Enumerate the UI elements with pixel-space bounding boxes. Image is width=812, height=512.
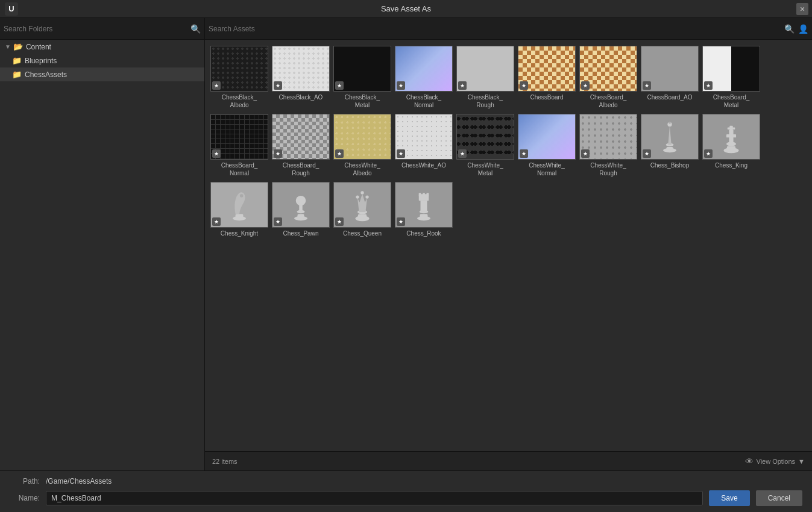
sidebar-item-chessassets[interactable]: 📁 ChessAssets bbox=[0, 67, 204, 81]
asset-browser: 🔍 👤 ★ ChessBlack_Albedo ★ ChessBlack_AO bbox=[205, 18, 812, 470]
asset-search-bar: 🔍 👤 bbox=[205, 18, 812, 40]
asset-thumb-chesswhite-ao: ★ bbox=[395, 114, 453, 160]
asset-item-chesswhite-albedo[interactable]: ★ ChessWhite_Albedo bbox=[333, 113, 392, 178]
asset-item-chess-bishop[interactable]: ★ Chess_Bishop bbox=[640, 113, 699, 178]
path-label: Path: bbox=[10, 477, 40, 485]
asset-item-chessboard-normal[interactable]: ★ ChessBoard_Normal bbox=[210, 113, 269, 178]
asset-search-input[interactable] bbox=[209, 25, 784, 33]
svg-point-23 bbox=[356, 195, 359, 198]
asset-item-chesswhite-normal[interactable]: ★ ChessWhite_Normal bbox=[517, 113, 576, 178]
folder-search-input[interactable] bbox=[4, 25, 190, 33]
asset-thumb-chessblack-metal: ★ bbox=[333, 46, 391, 92]
star-badge: ★ bbox=[643, 149, 651, 158]
asset-label-chessboard-ao: ChessBoard_AO bbox=[647, 93, 692, 101]
asset-grid: ★ ChessBlack_Albedo ★ ChessBlack_AO ★ Ch… bbox=[205, 40, 812, 451]
asset-item-chess-queen[interactable]: ★ Chess_Queen bbox=[333, 181, 392, 239]
asset-filter-icon[interactable]: 👤 bbox=[798, 24, 808, 34]
asset-label-chessboard-albedo: ChessBoard_Albedo bbox=[590, 93, 627, 109]
asset-thumb-chessboard-rough: ★ bbox=[272, 114, 330, 160]
star-badge: ★ bbox=[704, 149, 713, 158]
path-row: Path: /Game/ChessAssets bbox=[10, 477, 802, 485]
svg-point-25 bbox=[365, 195, 368, 198]
star-badge: ★ bbox=[704, 81, 713, 90]
folder-closed-icon-chessassets: 📁 bbox=[12, 70, 22, 79]
asset-item-chesswhite-ao[interactable]: ★ ChessWhite_AO bbox=[394, 113, 453, 178]
star-badge: ★ bbox=[335, 149, 344, 158]
star-badge: ★ bbox=[643, 81, 651, 90]
asset-item-chess-knight[interactable]: ★ Chess_Knight bbox=[210, 181, 269, 239]
asset-label-chessboard-rough: ChessBoard_Rough bbox=[283, 161, 319, 177]
asset-item-chessblack-ao[interactable]: ★ ChessBlack_AO bbox=[271, 45, 330, 110]
asset-label-chessblack-metal: ChessBlack_Metal bbox=[345, 93, 380, 109]
save-button[interactable]: Save bbox=[709, 490, 749, 506]
star-badge: ★ bbox=[397, 149, 405, 158]
asset-thumb-chess-queen: ★ bbox=[333, 182, 391, 228]
asset-label-chessblack-ao: ChessBlack_AO bbox=[279, 93, 323, 101]
asset-label-chessboard: ChessBoard bbox=[530, 93, 563, 101]
sidebar-item-blueprints[interactable]: 📁 Blueprints bbox=[0, 54, 204, 67]
star-badge: ★ bbox=[274, 149, 282, 158]
star-badge: ★ bbox=[581, 149, 590, 158]
svg-rect-9 bbox=[726, 134, 736, 137]
svg-rect-10 bbox=[729, 126, 732, 134]
asset-label-chesswhite-normal: ChessWhite_Normal bbox=[529, 161, 564, 177]
name-row: Name: Save Cancel bbox=[10, 490, 802, 506]
asset-label-chess-pawn: Chess_Pawn bbox=[283, 229, 319, 237]
asset-item-chessblack-albedo[interactable]: ★ ChessBlack_Albedo bbox=[210, 45, 269, 110]
asset-thumb-chess-knight: ★ bbox=[210, 182, 268, 228]
svg-rect-32 bbox=[423, 193, 425, 196]
asset-thumb-chessblack-normal: ★ bbox=[395, 46, 453, 92]
asset-item-chessblack-normal[interactable]: ★ ChessBlack_Normal bbox=[394, 45, 453, 110]
close-button[interactable]: × bbox=[796, 3, 808, 15]
asset-thumb-chessblack-albedo: ★ bbox=[210, 46, 268, 92]
svg-point-19 bbox=[296, 195, 306, 205]
asset-label-chess-rook: Chess_Rook bbox=[406, 229, 441, 237]
sidebar-label-blueprints: Blueprints bbox=[25, 57, 57, 65]
asset-thumb-chess-pawn: ★ bbox=[272, 182, 330, 228]
view-options-label: View Options bbox=[757, 458, 796, 465]
titlebar: U Save Asset As × bbox=[0, 0, 812, 18]
asset-label-chessblack-rough: ChessBlack_Rough bbox=[468, 93, 503, 109]
star-badge: ★ bbox=[458, 81, 467, 90]
asset-label-chessblack-normal: ChessBlack_Normal bbox=[406, 93, 441, 109]
asset-item-chess-king[interactable]: ★ Chess_King bbox=[702, 113, 761, 178]
sidebar-label-chessassets: ChessAssets bbox=[25, 70, 67, 79]
cancel-button[interactable]: Cancel bbox=[756, 490, 802, 506]
star-badge: ★ bbox=[212, 81, 221, 90]
asset-search-icon[interactable]: 🔍 bbox=[784, 24, 795, 34]
folder-search-bar: 🔍 bbox=[0, 18, 204, 40]
sidebar-item-content[interactable]: ▼ 📂 Content bbox=[0, 40, 204, 54]
star-badge: ★ bbox=[397, 217, 405, 226]
asset-item-chessboard-rough[interactable]: ★ ChessBoard_Rough bbox=[271, 113, 330, 178]
svg-rect-27 bbox=[420, 214, 428, 218]
asset-item-chessboard[interactable]: ★ ChessBoard bbox=[517, 45, 576, 110]
asset-item-chessboard-ao[interactable]: ★ ChessBoard_AO bbox=[640, 45, 699, 110]
asset-label-chess-bishop: Chess_Bishop bbox=[650, 161, 689, 169]
svg-rect-29 bbox=[421, 201, 427, 211]
svg-rect-31 bbox=[419, 193, 421, 196]
app-logo: U bbox=[5, 2, 18, 16]
view-options-button[interactable]: 👁 View Options ▼ bbox=[745, 457, 805, 466]
asset-item-chesswhite-metal[interactable]: ★ ChessWhite_Metal bbox=[456, 113, 515, 178]
asset-label-chess-queen: Chess_Queen bbox=[343, 229, 382, 237]
star-badge: ★ bbox=[335, 217, 344, 226]
folder-search-icon[interactable]: 🔍 bbox=[190, 24, 201, 34]
sidebar: 🔍 ▼ 📂 Content 📁 Blueprints 📁 ChessAssets bbox=[0, 18, 205, 470]
asset-item-chessboard-albedo[interactable]: ★ ChessBoard_Albedo bbox=[579, 45, 638, 110]
asset-item-chess-rook[interactable]: ★ Chess_Rook bbox=[394, 181, 453, 239]
folder-closed-icon-blueprints: 📁 bbox=[12, 56, 22, 65]
asset-item-chessblack-rough[interactable]: ★ ChessBlack_Rough bbox=[456, 45, 515, 110]
asset-item-chess-pawn[interactable]: ★ Chess_Pawn bbox=[271, 181, 330, 239]
asset-item-chessboard-metal[interactable]: ★ ChessBoard_Metal bbox=[702, 45, 761, 110]
asset-thumb-chess-bishop: ★ bbox=[641, 114, 699, 160]
star-badge: ★ bbox=[520, 149, 528, 158]
folder-open-icon: 📂 bbox=[13, 42, 23, 51]
path-value: /Game/ChessAssets bbox=[46, 477, 112, 485]
asset-item-chessblack-metal[interactable]: ★ ChessBlack_Metal bbox=[333, 45, 392, 110]
star-badge: ★ bbox=[397, 81, 405, 90]
sidebar-label-content: Content bbox=[26, 43, 51, 51]
name-input[interactable] bbox=[46, 491, 703, 505]
tree-arrow-content: ▼ bbox=[5, 43, 11, 50]
asset-item-chesswhite-rough[interactable]: ★ ChessWhite_Rough bbox=[579, 113, 638, 178]
svg-rect-33 bbox=[427, 193, 429, 196]
